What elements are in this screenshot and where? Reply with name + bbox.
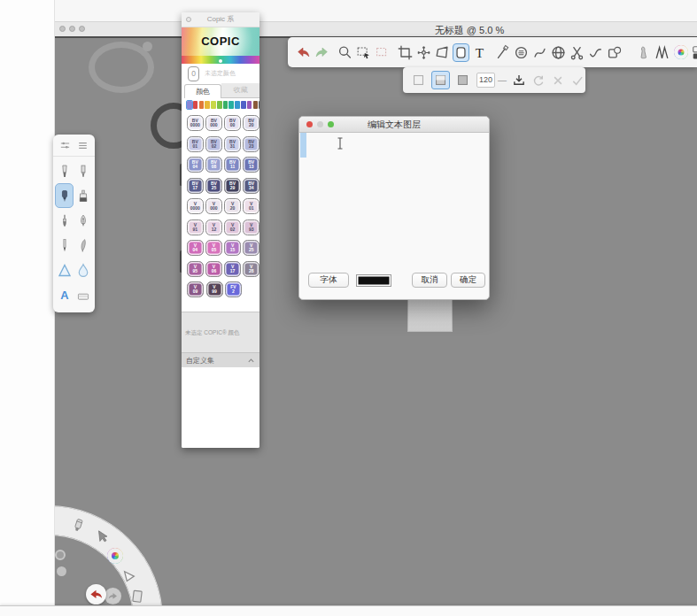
text-color-swatch[interactable] [356,274,391,287]
ring-canvas-icon[interactable] [129,589,145,604]
copic-swatch-V20[interactable]: V20 [224,198,241,214]
copic-swatch-V15[interactable]: V15 [224,240,241,256]
copic-swatch-BV04[interactable]: BV04 [187,157,204,173]
ink-bottle-icon[interactable] [74,183,92,208]
copic-swatch-BV02[interactable]: BV02 [205,136,222,152]
copic-swatch-V17[interactable]: V17 [224,261,241,277]
fountain-pen-icon[interactable] [55,158,74,183]
copic-swatch-FV2[interactable]: FV2 [225,281,242,297]
tab-favorites[interactable]: 收藏 [221,83,259,98]
color-family-swatch[interactable] [223,101,228,109]
copic-swatch-BV11[interactable]: BV11 [224,157,241,173]
dialog-close-icon[interactable] [306,121,313,127]
copic-swatch-V000[interactable]: V000 [205,198,222,214]
text-cursor-icon[interactable] [337,137,344,150]
ring-lasso-cursor-icon[interactable] [121,569,137,585]
square-light-icon[interactable] [409,71,428,89]
marker-tool-icon[interactable] [55,183,74,208]
dialog-minimize-icon[interactable] [317,121,323,127]
mesh-icon[interactable] [550,43,567,62]
square-gradient-icon[interactable] [431,71,450,89]
color-family-swatch[interactable] [241,101,246,109]
copic-swatch-V09[interactable]: V09 [187,281,204,297]
brush-size-input[interactable]: 120 [476,73,495,88]
copic-swatch-BV20[interactable]: BV20 [243,115,259,131]
copic-swatch-V99[interactable]: V99 [206,281,223,297]
color-family-swatch[interactable] [199,101,205,109]
color-family-swatch[interactable] [235,101,240,109]
copic-swatch-BV29[interactable]: BV29 [224,178,241,194]
pen-slash-icon[interactable] [494,43,511,62]
refresh-icon[interactable] [530,73,546,89]
color-family-swatch[interactable] [253,101,259,109]
color-family-swatch[interactable] [217,101,222,109]
close-panel-icon[interactable] [186,17,191,22]
copic-swatch-BV25[interactable]: BV25 [205,178,222,194]
copic-swatch-BV31[interactable]: BV31 [224,136,241,152]
stroke-check-icon[interactable] [587,43,604,62]
liquify-icon[interactable] [513,43,530,62]
eraser-icon[interactable] [74,282,92,307]
copic-swatch-BV17[interactable]: BV17 [187,178,204,194]
hue-slider-knob[interactable] [219,59,222,63]
copic-swatch-V05[interactable]: V05 [205,240,222,256]
copic-swatch-V06[interactable]: V06 [205,261,222,277]
copic-swatch-V28[interactable]: V28 [243,261,259,277]
ring-cursor-icon[interactable] [95,529,111,545]
color-family-swatch[interactable] [205,101,210,109]
copic-swatch-V04[interactable]: V04 [187,240,204,256]
move-icon[interactable] [415,43,432,62]
redo-icon[interactable] [314,43,330,62]
size-slider-handle[interactable]: — [498,75,507,85]
square-dark-icon[interactable] [453,71,472,89]
water-drop-icon[interactable] [74,258,92,282]
x-icon[interactable] [550,73,566,89]
color-family-swatch[interactable] [247,101,252,109]
undo-icon[interactable] [295,43,312,62]
copic-swatch-BV23[interactable]: BV23 [243,136,259,152]
marquee-select-icon[interactable] [355,43,372,62]
copic-swatch-BV01[interactable]: BV01 [187,136,204,152]
cancel-button[interactable]: 取消 [412,273,447,288]
ring-option-dot[interactable] [55,550,66,560]
copic-swatch-V93[interactable]: V93 [243,219,259,235]
copic-swatch-V12[interactable]: V12 [205,219,222,235]
distort-icon[interactable] [434,43,451,62]
swatch-grid-icon[interactable] [691,43,697,62]
collapse-icon[interactable] [247,357,255,365]
marquee-faded-icon[interactable] [374,43,391,62]
copic-panel-titlebar[interactable]: Copic 系 [182,12,259,27]
color-family-swatch[interactable] [228,101,234,109]
text-tool-icon[interactable]: A [55,282,74,307]
curve-icon[interactable] [531,43,548,62]
text-icon[interactable]: T [471,43,488,62]
color-family-swatch[interactable] [193,101,198,109]
copic-swatch-V25[interactable]: V25 [243,240,259,256]
paint-brush-icon[interactable] [55,208,74,233]
color-family-swatch[interactable] [259,101,259,109]
zoom-icon[interactable] [337,43,353,62]
smudge-icon[interactable] [635,43,652,62]
color-wheel-icon[interactable] [107,548,123,564]
ring-more-button[interactable] [105,588,121,604]
copic-swatch-V01[interactable]: V01 [243,198,259,214]
close-window-icon[interactable] [59,26,66,32]
copic-swatch-V02[interactable]: V02 [224,219,241,235]
copic-swatch-V0000[interactable]: V0000 [187,198,204,214]
dialog-titlebar[interactable]: 编辑文本图层 [299,117,489,133]
copic-swatch-BV13[interactable]: BV13 [243,157,259,173]
ring-undo-button[interactable] [86,584,106,604]
quill-pen-icon[interactable] [74,233,92,258]
custom-set-bar[interactable]: 自定义集 [182,352,259,367]
window-titlebar[interactable]: 无标题 @ 5.0 % [55,22,697,38]
crop-icon[interactable] [397,43,414,62]
copic-swatch-BV08[interactable]: BV08 [205,157,222,173]
dialog-zoom-icon[interactable] [328,121,334,127]
color-family-swatch[interactable] [211,101,216,109]
ring-marker-icon[interactable] [70,518,86,534]
download-icon[interactable] [511,73,527,89]
tab-colors[interactable]: 颜色 [184,84,221,98]
copic-swatch-BV34[interactable]: BV34 [243,178,259,194]
ok-button[interactable]: 确定 [451,273,485,288]
triangle-ruler-icon[interactable] [55,258,74,282]
